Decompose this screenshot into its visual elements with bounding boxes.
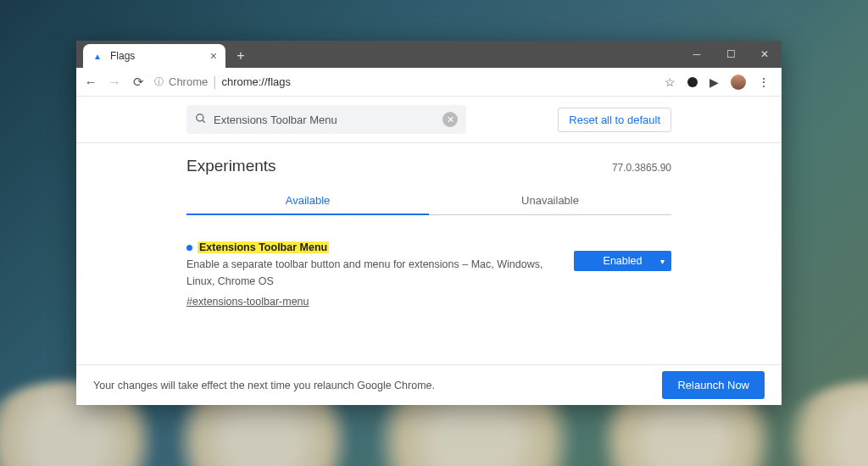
maximize-button[interactable]: ☐ [714, 41, 748, 68]
url-text: chrome://flags [221, 75, 291, 88]
extension-icon[interactable] [687, 77, 698, 87]
browser-window: ▲ Flags × + ─ ☐ ✕ ← → ⟳ ⓘ Chrome | chrom… [76, 41, 782, 405]
relaunch-footer: Your changes will take effect the next t… [76, 364, 782, 405]
browser-toolbar: ← → ⟳ ⓘ Chrome | chrome://flags ☆ ▶ ⋮ [76, 68, 782, 97]
bookmark-star-icon[interactable]: ☆ [665, 75, 676, 89]
chrome-version: 77.0.3865.90 [612, 162, 671, 174]
flag-description: Enable a separate toolbar button and men… [186, 256, 548, 290]
page-title: Experiments [186, 157, 276, 175]
modified-indicator-icon [186, 245, 192, 251]
menu-icon[interactable]: ⋮ [758, 75, 770, 89]
close-tab-icon[interactable]: × [210, 49, 217, 63]
forward-button[interactable]: → [107, 75, 122, 90]
titlebar: ▲ Flags × + ─ ☐ ✕ [76, 41, 782, 68]
reload-button[interactable]: ⟳ [131, 75, 146, 90]
search-flags-input[interactable]: Extensions Toolbar Menu ✕ [186, 105, 466, 134]
profile-avatar[interactable] [731, 75, 746, 90]
clear-search-icon[interactable]: ✕ [442, 112, 458, 127]
footer-message: Your changes will take effect the next t… [93, 380, 435, 391]
relaunch-button[interactable]: Relaunch Now [662, 371, 765, 399]
flag-title: Extensions Toolbar Menu [198, 241, 329, 253]
tab-available[interactable]: Available [186, 187, 429, 215]
tab-unavailable[interactable]: Unavailable [429, 187, 671, 215]
search-value: Extensions Toolbar Menu [214, 114, 436, 126]
flask-icon: ▲ [92, 50, 103, 62]
url-origin: Chrome [169, 75, 208, 88]
back-button[interactable]: ← [83, 75, 98, 90]
new-tab-button[interactable]: + [231, 46, 251, 66]
browser-tab[interactable]: ▲ Flags × [83, 44, 225, 68]
flag-state-select[interactable]: Enabled [574, 251, 671, 271]
svg-point-0 [197, 114, 203, 120]
flag-tabs: Available Unavailable [186, 187, 671, 215]
play-icon[interactable]: ▶ [709, 75, 719, 89]
flag-row: Extensions Toolbar Menu Enable a separat… [186, 239, 671, 310]
address-bar[interactable]: ⓘ Chrome | chrome://flags [154, 72, 649, 92]
close-window-button[interactable]: ✕ [748, 41, 782, 68]
svg-line-1 [203, 119, 205, 122]
flag-hash-link[interactable]: #extensions-toolbar-menu [186, 293, 309, 310]
minimize-button[interactable]: ─ [680, 41, 714, 68]
tab-title: Flags [110, 50, 203, 62]
reset-all-button[interactable]: Reset all to default [558, 108, 671, 132]
window-controls: ─ ☐ ✕ [680, 41, 782, 68]
search-icon [195, 113, 207, 127]
site-info-icon[interactable]: ⓘ [154, 75, 164, 88]
page-content: Extensions Toolbar Menu ✕ Reset all to d… [76, 97, 782, 405]
